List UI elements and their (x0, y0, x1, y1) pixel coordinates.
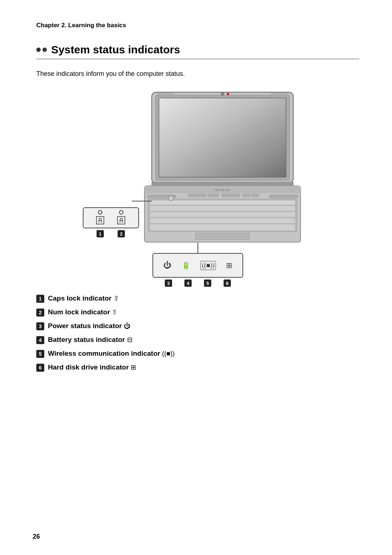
svg-point-4 (227, 93, 229, 95)
svg-rect-13 (188, 194, 206, 197)
power-icon: ⏻ (163, 261, 171, 270)
badge-4: 4 (184, 279, 192, 287)
wireless-desc-icon: ((■)) (162, 350, 175, 357)
desc-item-5: 5 Wireless communication indicator ((■)) (36, 349, 359, 358)
battery-icon: 🔋 (181, 261, 191, 270)
left-indicator-panel: 🄰 🄰 1 2 (83, 207, 139, 237)
dot-1 (36, 48, 41, 52)
svg-rect-17 (252, 194, 259, 197)
desc-item-1: 1 Caps lock indicator ⇪ (36, 294, 359, 303)
num-lock-desc-icon: ⇧ (112, 309, 117, 316)
power-indicator: ⏻ (163, 261, 171, 270)
svg-rect-14 (208, 194, 219, 197)
svg-rect-5 (156, 93, 175, 94)
svg-rect-23 (150, 224, 295, 230)
laptop-illustration: lenovo (132, 89, 313, 245)
svg-rect-15 (222, 194, 240, 197)
top-box-numbers: 1 2 (83, 230, 139, 237)
svg-rect-21 (150, 212, 295, 217)
hdd-desc-icon: ⊞ (131, 364, 136, 371)
intro-text: These indicators inform you of the compu… (36, 70, 359, 78)
desc-num-4: 4 (36, 336, 44, 344)
section-title-wrapper: System status indicators (36, 44, 359, 59)
svg-text:lenovo: lenovo (214, 188, 230, 192)
battery-indicator: 🔋 (181, 261, 191, 270)
desc-text-1: Caps lock indicator ⇪ (48, 294, 119, 302)
top-indicator-box: 🄰 🄰 (83, 207, 139, 228)
wireless-icon: ((■)) (200, 261, 216, 270)
diagram-wrapper: 🄰 🄰 1 2 (36, 89, 359, 287)
caps-lock-desc-icon: ⇪ (114, 295, 119, 302)
bottom-box-numbers: 3 4 5 6 (152, 279, 243, 287)
desc-item-4: 4 Battery status indicator ⊟ (36, 335, 359, 344)
badge-1: 1 (97, 230, 104, 237)
svg-rect-16 (242, 194, 250, 197)
caps-lock-circle (98, 210, 102, 215)
hdd-icon: ⊞ (226, 261, 232, 270)
laptop-svg: lenovo (132, 89, 313, 245)
badge-5: 5 (204, 279, 211, 287)
section-dots (36, 48, 47, 52)
row-with-laptop: 🄰 🄰 1 2 (83, 89, 313, 245)
desc-num-5: 5 (36, 350, 44, 358)
desc-text-2: Num lock indicator ⇧ (48, 308, 117, 316)
desc-num-3: 3 (36, 322, 44, 330)
bottom-indicator-box: ⏻ 🔋 ((■)) ⊞ (152, 253, 243, 278)
svg-rect-19 (150, 200, 295, 205)
dot-2 (42, 48, 47, 52)
bottom-indicator-panel: ⏻ 🔋 ((■)) ⊞ 3 4 5 6 (152, 243, 243, 287)
desc-text-5: Wireless communication indicator ((■)) (48, 350, 175, 358)
desc-text-4: Battery status indicator ⊟ (48, 336, 132, 344)
svg-rect-20 (150, 206, 295, 211)
caps-lock-indicator: 🄰 (96, 210, 104, 225)
desc-item-6: 6 Hard disk drive indicator ⊞ (36, 363, 359, 372)
page: Chapter 2. Learning the basics System st… (0, 0, 392, 555)
svg-rect-2 (159, 98, 286, 177)
svg-rect-24 (195, 233, 250, 240)
desc-num-2: 2 (36, 309, 44, 317)
hdd-indicator: ⊞ (226, 261, 232, 270)
badge-6: 6 (224, 279, 231, 287)
battery-desc-icon: ⊟ (127, 336, 132, 343)
num-lock-circle (119, 210, 123, 215)
page-number: 26 (33, 533, 40, 540)
svg-rect-12 (269, 195, 298, 198)
desc-item-3: 3 Power status indicator ⏻ (36, 322, 359, 330)
svg-rect-22 (150, 218, 295, 223)
num-lock-indicator: 🄰 (117, 210, 125, 225)
svg-point-25 (168, 196, 173, 201)
desc-num-1: 1 (36, 295, 44, 303)
description-list: 1 Caps lock indicator ⇪ 2 Num lock indic… (36, 294, 359, 372)
caps-lock-icon: 🄰 (96, 216, 104, 225)
badge-2: 2 (118, 230, 125, 237)
section-title: System status indicators (51, 44, 180, 56)
svg-rect-6 (270, 93, 289, 94)
wireless-indicator: ((■)) (200, 261, 216, 270)
desc-text-6: Hard disk drive indicator ⊞ (48, 363, 136, 371)
power-desc-icon: ⏻ (124, 322, 130, 330)
chapter-heading: Chapter 2. Learning the basics (36, 22, 359, 29)
num-lock-icon: 🄰 (117, 216, 125, 225)
desc-text-3: Power status indicator ⏻ (48, 322, 130, 330)
svg-point-3 (221, 93, 224, 95)
badge-3: 3 (165, 279, 172, 287)
desc-item-2: 2 Num lock indicator ⇧ (36, 308, 359, 317)
desc-num-6: 6 (36, 364, 44, 372)
